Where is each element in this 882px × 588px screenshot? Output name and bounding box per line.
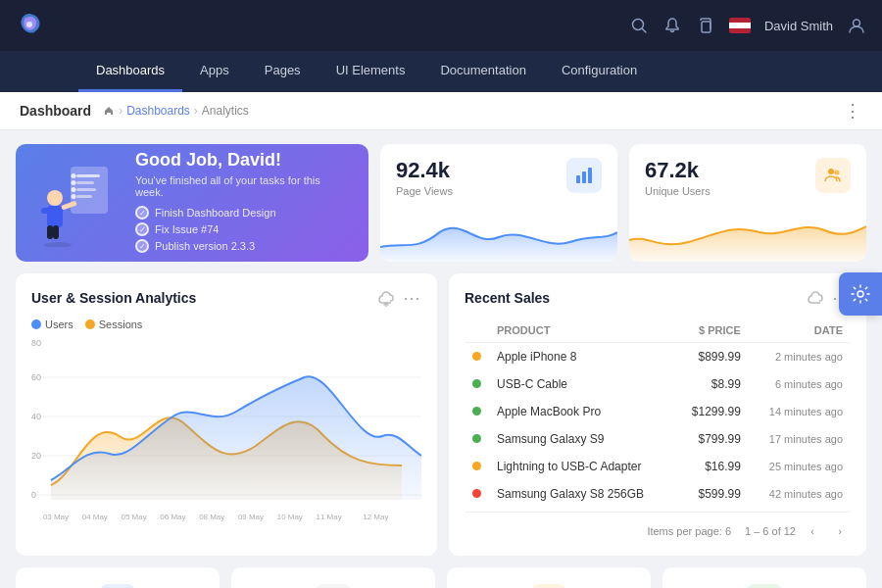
menu-item-ui-elements[interactable]: UI Elements: [318, 51, 423, 92]
svg-text:04 May: 04 May: [82, 513, 108, 521]
bell-icon[interactable]: [662, 16, 682, 35]
svg-text:09 May: 09 May: [238, 513, 264, 521]
welcome-illustration: [33, 159, 122, 247]
copy-icon[interactable]: [696, 16, 715, 35]
svg-rect-22: [576, 175, 580, 183]
pagination: Items per page: 6 1 – 6 of 12 ‹ ›: [465, 512, 851, 542]
svg-text:10 May: 10 May: [277, 513, 303, 521]
bottom-card-2: 🏷️: [447, 567, 651, 588]
svg-point-1: [632, 20, 643, 30]
welcome-text: Good Job, David! You've finished all of …: [135, 150, 351, 256]
top-bar: David Smith: [0, 0, 882, 51]
table-row: USB-C Cable $8.99 6 minutes ago: [465, 370, 851, 398]
col-status: [465, 318, 489, 343]
product-cell: USB-C Cable: [489, 370, 675, 398]
status-cell: [465, 398, 489, 425]
menu-item-apps[interactable]: Apps: [182, 51, 247, 92]
status-dot: [472, 489, 481, 498]
mid-row: User & Session Analytics ⋯ Users Session…: [16, 273, 866, 556]
date-cell: 2 minutes ago: [749, 343, 851, 371]
analytics-chart: 0 20 40 60 80 03 May 04 May 05 May 06 Ma…: [31, 338, 421, 534]
svg-rect-20: [53, 225, 59, 239]
svg-point-11: [72, 180, 76, 185]
sales-title: Recent Sales: [465, 290, 550, 306]
svg-point-10: [72, 173, 76, 178]
main-content: Good Job, David! You've finished all of …: [0, 130, 882, 588]
date-cell: 42 minutes ago: [749, 480, 851, 508]
breadcrumb-analytics: Analytics: [202, 104, 249, 118]
col-product: PRODUCT: [489, 318, 675, 343]
analytics-more-button[interactable]: ⋯: [403, 287, 421, 309]
breadcrumb-dashboards[interactable]: Dashboards: [126, 104, 190, 118]
task-check-2: ✓: [135, 239, 149, 253]
stat-label-users: Unique Users: [645, 185, 710, 197]
prev-page-button[interactable]: ‹: [802, 520, 823, 542]
svg-text:11 May: 11 May: [317, 513, 342, 521]
svg-point-13: [72, 194, 76, 199]
bottom-card-1: ⚙️: [231, 567, 435, 588]
page-options-button[interactable]: ⋮: [844, 100, 862, 122]
status-dot: [472, 352, 481, 361]
sales-table-header: PRODUCT $ PRICE DATE: [465, 318, 851, 343]
task-check-1: ✓: [135, 222, 149, 236]
svg-rect-18: [51, 208, 63, 214]
status-cell: [465, 343, 489, 371]
stat-value-views: 92.4k: [396, 158, 453, 183]
breadcrumb: Dashboard › Dashboards › Analytics: [20, 103, 249, 119]
analytics-header: User & Session Analytics ⋯: [31, 287, 421, 309]
price-cell: $599.99: [675, 480, 749, 508]
menu-item-pages[interactable]: Pages: [247, 51, 318, 92]
welcome-card: Good Job, David! You've finished all of …: [16, 144, 368, 262]
user-icon[interactable]: [847, 16, 866, 35]
pagination-range: 1 – 6 of 12: [745, 525, 796, 537]
product-cell: Apple MacBook Pro: [489, 398, 675, 425]
svg-point-26: [835, 171, 840, 175]
svg-text:05 May: 05 May: [122, 513, 147, 521]
stat-value-users: 67.2k: [645, 158, 710, 183]
menu-item-dashboards[interactable]: Dashboards: [78, 51, 182, 92]
task-item-1: ✓ Fix Issue #74: [135, 222, 351, 236]
bottom-icon-1: ⚙️: [316, 584, 351, 588]
bottom-card-0: 💬: [16, 567, 220, 588]
menu-item-configuration[interactable]: Configuration: [544, 51, 655, 92]
bottom-icon-3: 💰: [747, 584, 782, 588]
stat-top-views: 92.4k Page Views: [396, 158, 602, 197]
bottom-icon-2: 🏷️: [531, 584, 566, 588]
settings-fab[interactable]: [839, 272, 882, 316]
svg-point-12: [72, 187, 76, 192]
svg-rect-3: [702, 22, 710, 32]
price-cell: $16.99: [675, 453, 749, 480]
status-dot: [472, 462, 481, 470]
sales-cloud-icon[interactable]: [807, 289, 824, 307]
user-name[interactable]: David Smith: [764, 19, 833, 33]
svg-text:40: 40: [31, 412, 41, 421]
task-label-2: Publish version 2.3.3: [155, 240, 255, 252]
top-right-icons: David Smith: [629, 16, 866, 35]
task-label-0: Finish Dashboard Design: [155, 207, 276, 219]
status-cell: [465, 480, 489, 508]
legend-dot-sessions: [85, 319, 95, 329]
mini-chart-users: [629, 213, 866, 262]
legend-label-sessions: Sessions: [99, 318, 143, 330]
menu-item-documentation[interactable]: Documentation: [422, 51, 543, 92]
product-cell: Samsung Galaxy S8 256GB: [489, 480, 675, 508]
next-page-button[interactable]: ›: [829, 520, 851, 542]
analytics-legend: Users Sessions: [31, 318, 421, 330]
price-cell: $8.99: [675, 370, 749, 398]
svg-text:08 May: 08 May: [199, 513, 224, 521]
price-cell: $799.99: [675, 425, 749, 453]
cloud-icon[interactable]: [377, 289, 395, 307]
svg-rect-19: [47, 225, 53, 239]
table-row: Apple MacBook Pro $1299.99 14 minutes ag…: [465, 398, 851, 425]
search-icon[interactable]: [629, 16, 649, 35]
task-label-1: Fix Issue #74: [155, 223, 219, 235]
svg-text:03 May: 03 May: [43, 513, 69, 521]
legend-users: Users: [31, 318, 74, 330]
status-dot: [472, 407, 481, 416]
sales-table-body: Apple iPhone 8 $899.99 2 minutes ago USB…: [465, 343, 851, 509]
svg-point-45: [858, 291, 863, 297]
svg-point-4: [854, 20, 860, 26]
date-cell: 6 minutes ago: [749, 370, 851, 398]
sales-header: Recent Sales ⋯: [465, 287, 851, 309]
svg-rect-23: [582, 172, 586, 183]
